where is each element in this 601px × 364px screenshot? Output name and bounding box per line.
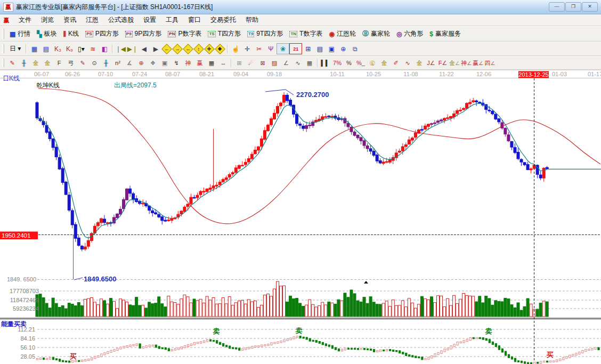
gold-comb-tool[interactable]: 金 [30, 58, 42, 68]
box-x-tool[interactable]: ⊠ [257, 58, 269, 68]
kline-3-icon[interactable]: K₃ [52, 44, 63, 54]
candle-style-icon[interactable]: ▯▾ [75, 44, 87, 54]
first-page-icon[interactable]: ❘◀ [115, 44, 126, 54]
prev-icon[interactable]: ◀ [138, 44, 150, 54]
zoom-in-diamond[interactable]: ✛ [204, 44, 215, 54]
indicator-chart-icon[interactable]: ◧ [99, 44, 110, 54]
zoom-all-diamond[interactable]: ✥ [215, 44, 225, 54]
ruler-tool[interactable]: ▦ [206, 58, 217, 68]
comb-tool[interactable]: ╫ [100, 58, 112, 68]
9p-square-button[interactable]: P99P四方形 [122, 29, 165, 39]
maximize-button[interactable]: ❐ [565, 2, 581, 12]
p-square-button[interactable]: PSP四方形 [82, 29, 122, 39]
p-number-button[interactable]: PNP数字表 [165, 29, 205, 39]
t-number-button[interactable]: TNT数字表 [286, 29, 326, 39]
win-box-tool[interactable]: 赢 [194, 58, 206, 68]
menu-item-6[interactable]: 工具 [161, 14, 183, 26]
menu-item-0[interactable]: 文件 [14, 14, 36, 26]
menu-item-9[interactable]: 帮助 [241, 14, 263, 26]
last-page-icon[interactable]: ▶❘ [126, 44, 138, 54]
kline-9-icon[interactable]: K₉ [63, 44, 75, 54]
width-tool[interactable]: ↔ [217, 58, 229, 68]
chart-area[interactable]: 2270.27001849.65001849. 65001950.2401日K线… [0, 70, 601, 364]
kline-button[interactable]: ⫼K线 [60, 29, 83, 39]
f-comb-tool[interactable]: F [53, 58, 65, 68]
notes-icon[interactable]: ▤ [314, 44, 326, 54]
save-web-icon[interactable]: ⊕ [337, 44, 349, 54]
quote-list-icon[interactable]: ▤ [40, 44, 52, 54]
menu-item-8[interactable]: 交易委托 [206, 14, 241, 26]
hand-tool-icon[interactable]: ☝ [230, 44, 241, 54]
gold-comb2-tool[interactable]: 金 [42, 58, 53, 68]
menu-item-7[interactable]: 窗口 [183, 14, 206, 26]
f-angle-tool[interactable]: F∠ [437, 58, 449, 68]
wave-gold-tool[interactable]: ∿ [402, 58, 413, 68]
winner-wheel-button[interactable]: Ⓑ赢家轮 [359, 29, 393, 39]
cycle-circle-tool[interactable]: ⊙ [88, 58, 100, 68]
pan-right-diamond[interactable]: → [172, 44, 183, 54]
crosshair-tool-icon[interactable]: ✛ [241, 44, 253, 54]
percent-tool[interactable]: % [343, 58, 355, 68]
shen-angle-tool[interactable]: 神∠ [460, 58, 472, 68]
hatch-box-tool[interactable]: ▨ [269, 58, 280, 68]
n2-tool[interactable]: n² [112, 58, 124, 68]
hexagon-button[interactable]: ◎六角形 [393, 29, 426, 39]
gold-angle-tool[interactable]: 金 [413, 58, 425, 68]
marker-tool[interactable]: ✎ [77, 58, 88, 68]
calendar-icon[interactable]: 21 [289, 43, 302, 54]
menu-item-2[interactable]: 资讯 [59, 14, 81, 26]
kline-chart[interactable]: 2270.27001849.65001849. 65001950.2401日K线… [0, 70, 601, 364]
period-day-dropdown[interactable]: 日 ▾ [6, 44, 24, 54]
zoom-v-diamond[interactable]: ↕ [193, 44, 204, 54]
indicator-mark [39, 358, 41, 359]
j-angle-tool[interactable]: J∠ [425, 58, 437, 68]
indicator-mark [537, 362, 539, 363]
percent-line-tool[interactable]: 7% [331, 58, 343, 68]
save-icon[interactable]: ▣ [326, 44, 337, 54]
menu-item-1[interactable]: 浏览 [36, 14, 59, 26]
close-button[interactable]: ✕ [582, 2, 598, 12]
minimize-button[interactable]: — [549, 2, 565, 12]
shen-comb-tool[interactable]: 神 [182, 58, 194, 68]
sectors-button[interactable]: ▚板块 [34, 29, 60, 39]
gann-comb-tool[interactable]: ╫ [18, 58, 30, 68]
save-pc-icon[interactable]: ⧉ [349, 44, 361, 54]
four-angle-tool[interactable]: 四∠ [484, 58, 496, 68]
cut-tool-icon[interactable]: ✂ [253, 44, 265, 54]
menu-item-4[interactable]: 公式选股 [103, 14, 139, 26]
menu-item-5[interactable]: 设置 [139, 14, 161, 26]
gold2-angle-tool[interactable]: 金∠ [449, 58, 460, 68]
wave-tool[interactable]: ∿ [292, 58, 304, 68]
brush-tool[interactable]: ✐ [390, 58, 402, 68]
gann-wheel-button[interactable]: ◉江恩轮 [326, 29, 359, 39]
smart-tool-icon[interactable]: ❀ [277, 43, 289, 54]
rays-tool[interactable]: ☄ [245, 58, 257, 68]
angle-tool[interactable]: ∡ [124, 58, 135, 68]
next-icon[interactable]: ▶ [150, 44, 161, 54]
grid2-tool[interactable]: ▦ [304, 58, 315, 68]
fan-tool[interactable]: ↯ [170, 58, 182, 68]
compass-tool[interactable]: ⊕ [135, 58, 147, 68]
gold-circle-tool[interactable]: ㊎ [367, 58, 378, 68]
web-tool[interactable]: ❖ [147, 58, 159, 68]
t-square-button[interactable]: TST四方形 [205, 29, 244, 39]
percent-under-tool[interactable]: %_ [355, 58, 367, 68]
chart-window-icon[interactable]: ▦ [28, 44, 40, 54]
spring-tool[interactable]: 弓 [65, 58, 77, 68]
ornament-tool-icon[interactable]: Ψ [265, 44, 277, 54]
slant-tool[interactable]: ∠ [280, 58, 292, 68]
grid-frame-tool[interactable]: ⊞ [233, 58, 245, 68]
bars-tool[interactable]: ▍▍ [320, 58, 331, 68]
quotes-button[interactable]: ▦行情 [6, 29, 34, 39]
pencil-tool[interactable]: ✎ [6, 58, 18, 68]
menu-item-3[interactable]: 江恩 [81, 14, 103, 26]
box-target-tool[interactable]: ▣ [159, 58, 170, 68]
9t-square-button[interactable]: T99T四方形 [244, 29, 286, 39]
win-angle-tool[interactable]: 赢∠ [472, 58, 484, 68]
gold-line-tool[interactable]: 金 [378, 58, 390, 68]
calculator-icon[interactable]: ⊞ [302, 44, 314, 54]
pattern-icon[interactable]: ≋ [87, 44, 99, 54]
pan-left-diamond[interactable]: ← [161, 44, 172, 54]
zoom-h-diamond[interactable]: ↔ [183, 44, 193, 54]
winner-service-button[interactable]: $赢家服务 [426, 29, 464, 39]
